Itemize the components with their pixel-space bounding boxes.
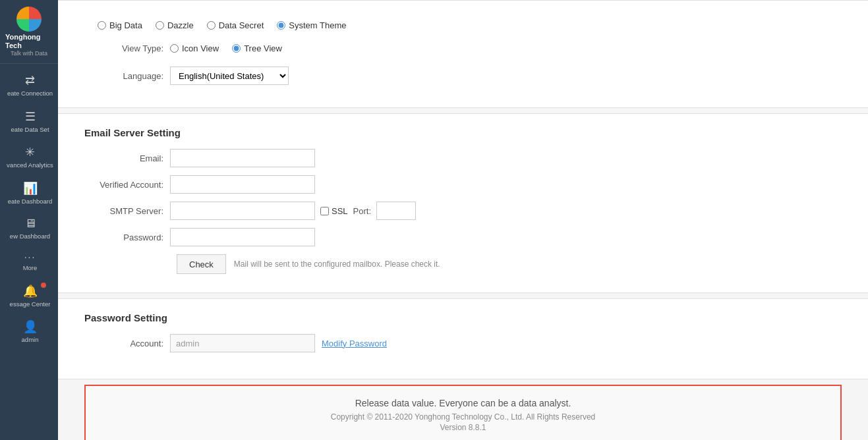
- logo-icon: [16, 7, 42, 32]
- email-row: Email:: [84, 149, 842, 167]
- smtp-row: SMTP Server: SSL Port:: [84, 202, 842, 220]
- theme-radio-system-theme[interactable]: [277, 21, 285, 30]
- sidebar-item-create-connection[interactable]: ⇄ eate Connection: [0, 67, 58, 102]
- theme-radio-data-secret[interactable]: [207, 21, 216, 30]
- password-label: Password:: [84, 233, 170, 242]
- port-label: Port:: [353, 206, 371, 216]
- sidebar-item-label: eate Dashboard: [8, 198, 53, 205]
- email-label: Email:: [84, 153, 170, 163]
- password-section-title: Password Setting: [84, 312, 842, 323]
- smtp-server-label: SMTP Server:: [84, 206, 170, 216]
- account-row: Account: Modify Password: [84, 334, 842, 352]
- view-type-row: View Type: Icon View Tree View: [98, 37, 842, 60]
- email-password-input[interactable]: [170, 228, 315, 246]
- sidebar-item-label: eate Data Set: [11, 126, 49, 133]
- analytics-icon: ✳: [25, 145, 35, 159]
- modify-password-link[interactable]: Modify Password: [322, 339, 387, 348]
- account-input[interactable]: [170, 334, 315, 352]
- verified-account-row: Verified Account:: [84, 175, 842, 194]
- footer-copyright: Copyright © 2011-2020 Yonghong Technolog…: [99, 412, 827, 422]
- sidebar-item-label: ew Dashboard: [10, 233, 50, 240]
- sidebar-item-advanced-analytics[interactable]: ✳ vanced Analytics: [0, 138, 58, 174]
- sidebar-item-message-center[interactable]: 🔔 essage Center: [0, 277, 58, 313]
- view-type-tree[interactable]: Tree View: [232, 43, 282, 53]
- smtp-fields: SSL Port:: [170, 202, 416, 220]
- theme-label-dazzle: Dazzle: [167, 20, 194, 30]
- view-label-icon: Icon View: [182, 43, 219, 53]
- sidebar-item-create-dataset[interactable]: ☰ eate Data Set: [0, 103, 58, 138]
- footer-box: Release data value. Everyone can be a da…: [84, 385, 842, 440]
- sidebar-item-create-dashboard[interactable]: 📊 eate Dashboard: [0, 175, 58, 210]
- theme-option-data-secret[interactable]: Data Secret: [207, 20, 264, 30]
- theme-option-system-theme[interactable]: System Theme: [277, 20, 346, 30]
- language-select[interactable]: English(United States) Chinese(Simplifie…: [170, 67, 289, 85]
- user-icon: 👤: [23, 319, 38, 334]
- view-type-icon[interactable]: Icon View: [170, 43, 219, 53]
- view-dashboard-icon: 🖥: [24, 217, 36, 231]
- theme-label-data-secret: Data Secret: [219, 20, 264, 30]
- dataset-icon: ☰: [25, 109, 36, 124]
- password-section: Password Setting Account: Modify Passwor…: [58, 298, 868, 379]
- sidebar-logo: Yonghong Tech Talk with Data: [0, 0, 58, 64]
- sidebar-item-label: admin: [22, 336, 39, 343]
- footer-tagline: Release data value. Everyone can be a da…: [99, 398, 827, 408]
- theme-label-system-theme: System Theme: [289, 20, 346, 30]
- view-type-label: View Type:: [98, 43, 163, 53]
- sidebar-item-label: eate Connection: [7, 90, 53, 97]
- view-radio-tree[interactable]: [232, 44, 241, 53]
- sidebar-item-more[interactable]: ··· More: [0, 245, 58, 277]
- password-row: Password:: [84, 228, 842, 246]
- theme-radio-big-data[interactable]: [98, 21, 106, 30]
- sidebar-item-admin[interactable]: 👤 admin: [0, 313, 58, 348]
- check-row: Check Mail will be sent to the configure…: [177, 254, 842, 274]
- theme-row: Big Data Dazzle Data Secret System Theme: [98, 14, 842, 37]
- email-section: Email Server Setting Email: Verified Acc…: [58, 113, 868, 293]
- notification-dot: [41, 283, 46, 288]
- message-icon: 🔔: [23, 284, 38, 298]
- sidebar-item-label: essage Center: [10, 300, 51, 308]
- sidebar-item-label: vanced Analytics: [7, 161, 53, 169]
- view-label-tree: Tree View: [244, 43, 282, 53]
- sidebar: Yonghong Tech Talk with Data ⇄ eate Conn…: [0, 0, 58, 440]
- theme-options: Big Data Dazzle Data Secret System Theme: [98, 20, 346, 30]
- sidebar-item-label: More: [23, 264, 38, 271]
- view-type-options: Icon View Tree View: [170, 43, 282, 53]
- language-row: Language: English(United States) Chinese…: [98, 60, 842, 92]
- theme-label-big-data: Big Data: [109, 20, 142, 30]
- theme-radio-dazzle[interactable]: [156, 21, 164, 30]
- theme-option-big-data[interactable]: Big Data: [98, 20, 142, 30]
- email-section-title: Email Server Setting: [84, 127, 842, 138]
- create-dashboard-icon: 📊: [23, 181, 38, 196]
- email-input[interactable]: [170, 149, 315, 167]
- more-icon: ···: [24, 252, 36, 262]
- footer-version: Version 8.8.1: [99, 423, 827, 432]
- logo-text-main: Yonghong Tech: [5, 33, 53, 50]
- logo-text-sub: Talk with Data: [11, 50, 47, 57]
- view-radio-icon[interactable]: [170, 44, 179, 53]
- main-content: Big Data Dazzle Data Secret System Theme…: [58, 0, 868, 440]
- connection-icon: ⇄: [25, 73, 35, 88]
- ssl-label: SSL: [332, 206, 348, 216]
- account-label: Account:: [84, 339, 170, 348]
- ssl-checkbox[interactable]: [320, 207, 329, 215]
- language-label: Language:: [98, 71, 163, 81]
- theme-option-dazzle[interactable]: Dazzle: [156, 20, 194, 30]
- check-hint: Mail will be sent to the configured mail…: [234, 260, 440, 269]
- theme-section: Big Data Dazzle Data Secret System Theme…: [58, 0, 868, 108]
- smtp-server-input[interactable]: [170, 202, 315, 220]
- verified-account-label: Verified Account:: [84, 180, 170, 190]
- ssl-checkbox-label[interactable]: SSL: [320, 206, 348, 216]
- verified-account-input[interactable]: [170, 175, 315, 194]
- check-button[interactable]: Check: [177, 254, 226, 274]
- port-input[interactable]: [376, 202, 416, 220]
- sidebar-item-view-dashboard[interactable]: 🖥 ew Dashboard: [0, 210, 58, 245]
